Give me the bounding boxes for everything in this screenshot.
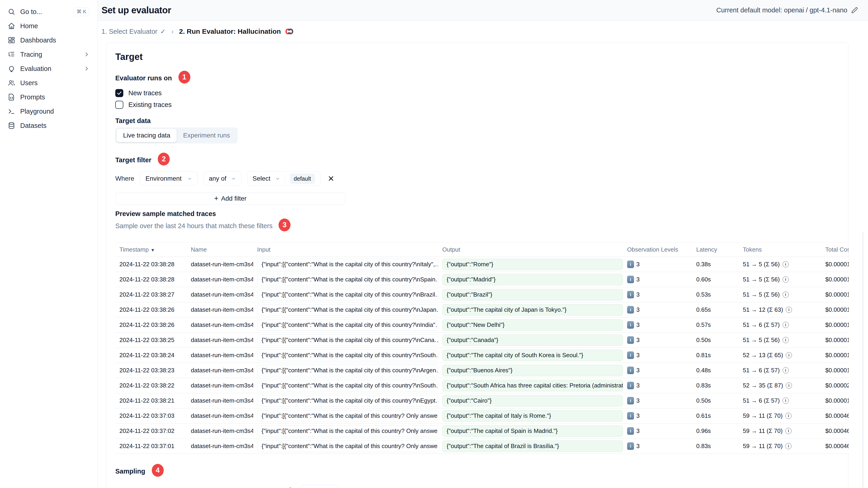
sidebar-item-tracing[interactable]: Tracing	[4, 47, 93, 62]
table-row[interactable]: 2024-11-22 03:37:01 dataset-run-item-cm3…	[115, 438, 849, 454]
column-header-observation-levels[interactable]: Observation Levels	[623, 246, 692, 253]
checkbox-existing-traces[interactable]: Existing traces	[115, 101, 839, 109]
info-icon[interactable]: i	[786, 352, 792, 358]
column-header-tokens[interactable]: Tokens	[739, 246, 821, 253]
output-preview-box[interactable]: {"output":"Buenos Aires"}	[442, 365, 623, 376]
sidebar-item-prompts[interactable]: Prompts	[4, 90, 93, 104]
input-preview-box[interactable]: {"input":[{"content":"What is the capita…	[257, 365, 438, 376]
users-icon	[8, 79, 15, 87]
input-preview-box[interactable]: {"input":[{"content":"What is the capita…	[257, 350, 438, 361]
cell-input: {"input":[{"content":"What is the capita…	[253, 425, 438, 437]
cell-tokens: 51 → 6 (Σ 57) i	[739, 367, 821, 374]
table-row[interactable]: 2024-11-22 03:37:03 dataset-run-item-cm3…	[115, 408, 849, 423]
table-row[interactable]: 2024-11-22 03:38:24 dataset-run-item-cm3…	[115, 348, 849, 363]
output-preview-box[interactable]: {"output":"Canada"}	[442, 334, 623, 346]
output-preview-box[interactable]: {"output":"The capital of Italy is Rome.…	[442, 410, 623, 422]
input-preview-box[interactable]: {"input":[{"content":"What is the capita…	[257, 289, 438, 300]
sidebar-item-home[interactable]: Home	[4, 19, 93, 33]
sidebar-item-dashboards[interactable]: Dashboards	[4, 33, 93, 47]
info-icon[interactable]: i	[782, 337, 789, 343]
column-header-input[interactable]: Input	[253, 246, 438, 253]
info-icon[interactable]: i	[782, 292, 789, 298]
info-icon[interactable]: i	[785, 413, 792, 419]
input-preview-box[interactable]: {"input":[{"content":"What is the capita…	[257, 395, 438, 406]
sidebar-item-evaluation[interactable]: Evaluation	[4, 62, 93, 76]
output-preview-box[interactable]: {"output":"The capital city of Japan is …	[442, 304, 623, 316]
info-icon[interactable]: i	[782, 261, 789, 267]
column-header-name[interactable]: Name	[187, 246, 253, 253]
info-icon[interactable]: i	[786, 307, 792, 313]
input-preview-box[interactable]: {"input":[{"content":"What is the capita…	[257, 410, 438, 422]
window-scrollbar[interactable]	[863, 232, 863, 488]
sidebar-item-datasets[interactable]: Datasets	[4, 119, 93, 133]
tab-live-tracing-data[interactable]: Live tracing data	[117, 129, 177, 142]
cell-observation-levels: i 3	[623, 427, 692, 435]
column-header-total-cost[interactable]: Total Cost	[821, 246, 849, 253]
tab-experiment-runs[interactable]: Experiment runs	[177, 129, 236, 142]
input-preview-box[interactable]: {"input":[{"content":"What is the capita…	[257, 274, 438, 285]
table-row[interactable]: 2024-11-22 03:38:26 dataset-run-item-cm3…	[115, 318, 849, 333]
output-preview-box[interactable]: {"output":"The capital of Spain is Madri…	[442, 425, 623, 437]
runs-on-options: New traces Existing traces	[115, 89, 839, 109]
column-header-latency[interactable]: Latency	[692, 246, 739, 253]
sidebar-item-playground[interactable]: Playground	[4, 104, 93, 119]
output-preview-box[interactable]: {"output":"The capital of Brazil is Bras…	[442, 441, 623, 452]
input-preview-box[interactable]: {"input":[{"content":"What is the capita…	[257, 441, 438, 452]
sampling-percentage-input[interactable]	[300, 485, 338, 488]
input-preview-box[interactable]: {"input":[{"content":"What is the capita…	[257, 259, 438, 270]
output-preview-box[interactable]: {"output":"Rome"}	[442, 259, 623, 270]
info-icon[interactable]: i	[785, 443, 792, 449]
info-icon[interactable]: i	[782, 322, 789, 328]
info-icon[interactable]: i	[782, 276, 789, 283]
cell-latency: 0.48s	[692, 367, 739, 374]
info-icon[interactable]: i	[782, 397, 789, 404]
filter-column-select[interactable]: Environment	[140, 171, 197, 186]
cell-input: {"input":[{"content":"What is the capita…	[253, 304, 438, 316]
table-row[interactable]: 2024-11-22 03:38:22 dataset-run-item-cm3…	[115, 378, 849, 393]
filter-value-select[interactable]: Select default	[247, 171, 320, 186]
table-row[interactable]: 2024-11-22 03:38:26 dataset-run-item-cm3…	[115, 302, 849, 318]
table-row[interactable]: 2024-11-22 03:38:21 dataset-run-item-cm3…	[115, 393, 849, 408]
breadcrumb-step1[interactable]: 1. Select Evaluator ✓	[101, 28, 166, 35]
filter-operator-select[interactable]: any of	[204, 171, 241, 186]
output-preview-box[interactable]: {"output":"Cairo"}	[442, 395, 623, 406]
sampling-controls: %	[115, 485, 839, 488]
observation-level-icon: i	[627, 397, 634, 404]
info-icon[interactable]: i	[785, 428, 792, 434]
checkbox-checked-icon[interactable]	[115, 89, 123, 97]
edit-pencil-icon[interactable]	[851, 7, 858, 14]
input-preview-box[interactable]: {"input":[{"content":"What is the capita…	[257, 425, 438, 437]
checkbox-unchecked-icon[interactable]	[115, 101, 123, 109]
output-preview-box[interactable]: {"output":"New Delhi"}	[442, 319, 623, 331]
checkbox-new-traces[interactable]: New traces	[115, 89, 839, 97]
input-preview-box[interactable]: {"input":[{"content":"What is the capita…	[257, 380, 438, 391]
add-filter-button[interactable]: + Add filter	[115, 193, 345, 204]
table-row[interactable]: 2024-11-22 03:38:27 dataset-run-item-cm3…	[115, 287, 849, 302]
filter-value-chip: default	[289, 173, 315, 184]
column-header-timestamp[interactable]: Timestamp▼	[115, 246, 187, 253]
chevron-down-icon	[275, 176, 280, 181]
input-preview-box[interactable]: {"input":[{"content":"What is the capita…	[257, 304, 438, 316]
table-row[interactable]: 2024-11-22 03:37:02 dataset-run-item-cm3…	[115, 423, 849, 438]
sidebar-item-users[interactable]: Users	[4, 76, 93, 90]
table-row[interactable]: 2024-11-22 03:38:28 dataset-run-item-cm3…	[115, 257, 849, 272]
table-row[interactable]: 2024-11-22 03:38:23 dataset-run-item-cm3…	[115, 363, 849, 378]
table-row[interactable]: 2024-11-22 03:38:28 dataset-run-item-cm3…	[115, 272, 849, 287]
goto-search[interactable]: Go to... ⌘ K	[4, 5, 93, 19]
cell-input: {"input":[{"content":"What is the capita…	[253, 289, 438, 300]
info-icon[interactable]: i	[786, 382, 792, 389]
terminal-icon	[8, 108, 15, 115]
column-header-output[interactable]: Output	[438, 246, 623, 253]
sidebar: Go to... ⌘ K Home Dashboards Tracing Eva…	[0, 0, 97, 488]
cell-total-cost: $0.000011 (	[821, 276, 849, 283]
input-preview-box[interactable]: {"input":[{"content":"What is the capita…	[257, 334, 438, 346]
output-preview-box[interactable]: {"output":"Madrid"}	[442, 274, 623, 285]
output-preview-box[interactable]: {"output":"The capital city of South Kor…	[442, 350, 623, 361]
output-preview-box[interactable]: {"output":"South Africa has three capita…	[442, 380, 623, 391]
input-preview-box[interactable]: {"input":[{"content":"What is the capita…	[257, 319, 438, 331]
evaluator-runs-on-label: Evaluator runs on 1	[115, 72, 839, 85]
remove-filter-button[interactable]: ✕	[326, 174, 336, 183]
table-row[interactable]: 2024-11-22 03:38:25 dataset-run-item-cm3…	[115, 333, 849, 348]
info-icon[interactable]: i	[782, 367, 789, 373]
output-preview-box[interactable]: {"output":"Brazil"}	[442, 289, 623, 300]
